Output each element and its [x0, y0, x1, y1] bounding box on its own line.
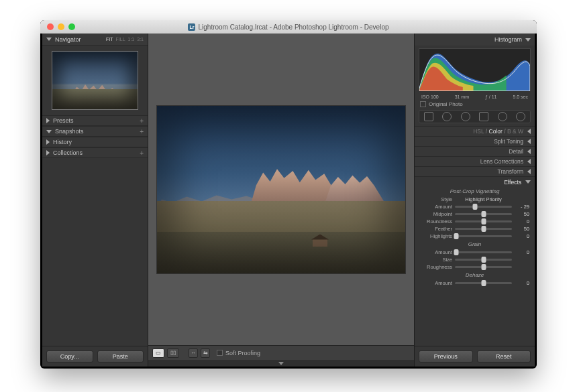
slider-track[interactable] [455, 266, 512, 268]
histogram-header[interactable]: Histogram [415, 34, 535, 46]
vignette-slider-roundness[interactable]: Roundness0 [415, 218, 535, 225]
slider-value: 0 [515, 280, 529, 286]
filmstrip-toggle[interactable] [148, 360, 414, 367]
slider-value: 0 [515, 233, 529, 239]
hsl-tab[interactable]: HSL [473, 128, 484, 135]
split-toning-label: Split Toning [494, 138, 523, 145]
slider-knob[interactable] [481, 226, 486, 232]
nav-mode-fill[interactable]: FILL [116, 37, 125, 42]
main-photo [157, 106, 405, 273]
color-tab[interactable]: Color [489, 128, 503, 135]
navigator-header[interactable]: Navigator FIT FILL 1:1 3:1 [42, 34, 148, 46]
nav-mode-31[interactable]: 3:1 [137, 37, 144, 42]
navigator-thumbnail[interactable] [52, 51, 138, 110]
titlebar: Lightroom Catalog.lrcat - Adobe Photosho… [40, 20, 537, 34]
presets-section[interactable]: Presets + [42, 115, 148, 126]
nav-mode-11[interactable]: 1:1 [128, 37, 135, 42]
grad-filter-tool[interactable] [479, 112, 488, 121]
grain-slider-size[interactable]: Size [415, 256, 535, 263]
left-panel: Navigator FIT FILL 1:1 3:1 Presets + [42, 34, 148, 367]
lens-corrections-panel[interactable]: Lens Corrections [415, 156, 535, 166]
transform-panel[interactable]: Transform [415, 166, 535, 176]
chevron-right-icon [46, 139, 50, 145]
center-toolbar: ▭ ▯▯ ↔ ⇆ Soft Proofing [148, 345, 414, 360]
slider-knob[interactable] [472, 204, 477, 210]
chevron-left-icon [527, 169, 531, 174]
redeye-tool[interactable] [461, 112, 470, 121]
window-title-text: Lightroom Catalog.lrcat - Adobe Photosho… [198, 23, 388, 31]
slider-track[interactable] [455, 228, 512, 230]
slider-track[interactable] [455, 251, 512, 253]
exif-shutter: 5.0 sec [513, 94, 528, 99]
reset-button[interactable]: Reset [477, 350, 531, 363]
previous-button[interactable]: Previous [419, 350, 473, 363]
presets-label: Presets [53, 117, 74, 124]
slider-knob[interactable] [454, 233, 458, 239]
dehaze-slider-amount[interactable]: Amount0 [415, 279, 535, 287]
soft-proofing-label: Soft Proofing [225, 350, 260, 356]
slider-knob[interactable] [454, 249, 458, 255]
chevron-left-icon [527, 139, 531, 144]
slider-knob[interactable] [481, 264, 486, 270]
add-collection-icon[interactable]: + [140, 149, 144, 157]
vignette-slider-feather[interactable]: Feather50 [415, 225, 535, 233]
slider-track[interactable] [455, 259, 512, 261]
spot-tool[interactable] [442, 112, 452, 121]
crop-tool[interactable] [424, 112, 433, 121]
slider-track[interactable] [455, 235, 512, 237]
vignette-slider-midpoint[interactable]: Midpoint50 [415, 210, 535, 218]
snapshots-section[interactable]: Snapshots + [42, 126, 148, 137]
soft-proofing-toggle[interactable]: Soft Proofing [217, 350, 260, 356]
hsl-panel[interactable]: HSL / Color / B & W [415, 126, 535, 136]
vignette-slider-highlights[interactable]: Highlights0 [415, 233, 535, 240]
original-photo-toggle[interactable]: Original Photo [415, 100, 535, 109]
copy-settings-button[interactable]: ⇆ [201, 348, 210, 358]
loupe-view-button[interactable]: ▭ [152, 348, 164, 358]
radial-filter-tool[interactable] [498, 112, 507, 121]
slider-track[interactable] [455, 220, 512, 222]
split-toning-panel[interactable]: Split Toning [415, 136, 535, 146]
grain-slider-amount[interactable]: Amount0 [415, 249, 535, 256]
brush-tool[interactable] [516, 112, 525, 121]
develop-toolstrip [419, 110, 531, 123]
slider-label: Midpoint [420, 211, 452, 217]
copy-button[interactable]: Copy... [46, 350, 93, 363]
swap-button[interactable]: ↔ [189, 348, 198, 358]
histogram-display[interactable] [419, 48, 531, 91]
slider-knob[interactable] [481, 211, 486, 217]
slider-knob[interactable] [481, 218, 486, 224]
slider-track[interactable] [455, 206, 512, 208]
chevron-right-icon [46, 118, 50, 123]
checkbox-icon [217, 350, 223, 356]
collections-section[interactable]: Collections + [42, 147, 148, 158]
add-snapshot-icon[interactable]: + [140, 128, 144, 135]
slider-knob[interactable] [481, 257, 486, 263]
detail-panel[interactable]: Detail [415, 146, 535, 156]
history-label: History [53, 139, 72, 145]
slider-track[interactable] [455, 213, 512, 215]
detail-label: Detail [509, 148, 523, 155]
vignette-slider-amount[interactable]: Amount- 29 [415, 203, 535, 210]
slider-label: Roundness [420, 218, 452, 224]
slider-track[interactable] [455, 282, 512, 284]
add-preset-icon[interactable]: + [140, 117, 144, 125]
nav-mode-fit[interactable]: FIT [106, 37, 113, 42]
before-after-button[interactable]: ▯▯ [167, 348, 179, 358]
transform-label: Transform [498, 168, 523, 175]
app-body: Navigator FIT FILL 1:1 3:1 Presets + [42, 34, 535, 367]
vignette-style-row[interactable]: Style Highlight Priority [415, 196, 535, 203]
slider-value: - 29 [515, 204, 529, 210]
grain-slider-roughness[interactable]: Roughness [415, 263, 535, 271]
collections-label: Collections [53, 149, 83, 156]
bw-tab[interactable]: B & W [507, 128, 523, 135]
effects-label: Effects [504, 179, 521, 186]
chevron-left-icon [527, 129, 531, 134]
center-panel: ▭ ▯▯ ↔ ⇆ Soft Proofing [148, 34, 414, 367]
effects-header[interactable]: Effects [415, 177, 535, 187]
paste-button[interactable]: Paste [97, 350, 144, 363]
image-canvas[interactable] [148, 34, 414, 345]
original-photo-label: Original Photo [429, 101, 463, 107]
right-sections: HSL / Color / B & W Split Toning Detail … [415, 126, 535, 176]
history-section[interactable]: History [42, 137, 148, 147]
slider-knob[interactable] [481, 280, 486, 286]
